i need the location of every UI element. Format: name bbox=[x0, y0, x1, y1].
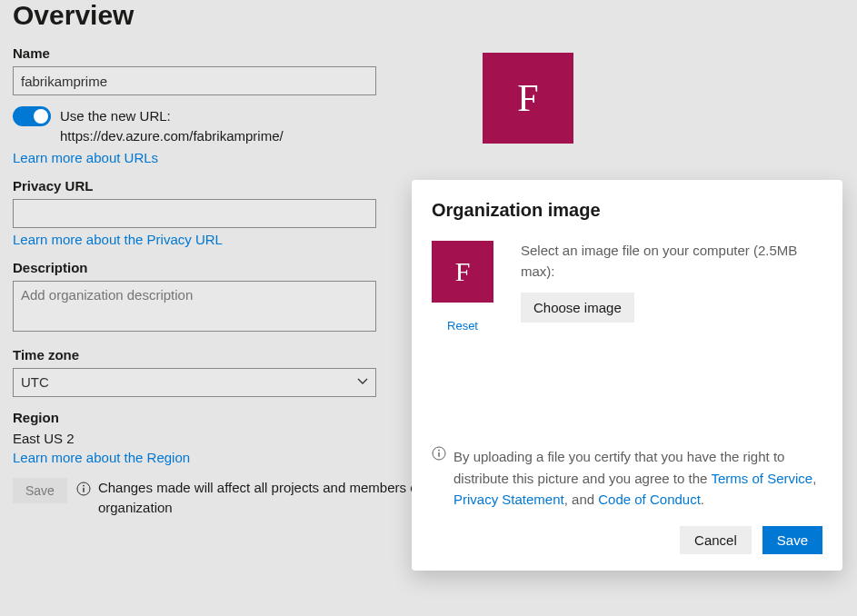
description-input[interactable] bbox=[13, 281, 376, 332]
privacy-url-input[interactable] bbox=[13, 199, 376, 228]
terms-of-service-link[interactable]: Terms of Service bbox=[712, 468, 813, 489]
cancel-button[interactable]: Cancel bbox=[680, 526, 752, 554]
info-icon bbox=[432, 446, 446, 463]
save-page-button: Save bbox=[13, 478, 67, 503]
learn-more-region-link[interactable]: Learn more about the Region bbox=[13, 450, 190, 465]
period: . bbox=[701, 492, 704, 507]
reset-link[interactable]: Reset bbox=[447, 319, 478, 333]
save-button[interactable]: Save bbox=[762, 526, 822, 554]
choose-image-button[interactable]: Choose image bbox=[521, 293, 634, 323]
org-tile-letter: F bbox=[517, 76, 538, 120]
timezone-select[interactable] bbox=[13, 368, 376, 397]
svg-rect-1 bbox=[83, 487, 84, 492]
page-title: Overview bbox=[13, 0, 844, 31]
learn-more-privacy-link[interactable]: Learn more about the Privacy URL bbox=[13, 232, 223, 247]
svg-point-2 bbox=[83, 484, 85, 486]
info-icon bbox=[76, 482, 91, 499]
sep: , and bbox=[564, 492, 599, 507]
sep: , bbox=[812, 471, 816, 486]
learn-more-urls-link[interactable]: Learn more about URLs bbox=[13, 150, 158, 165]
url-toggle-text: Use the new URL: https://dev.azure.com/f… bbox=[60, 106, 394, 146]
name-input[interactable] bbox=[13, 66, 376, 95]
dialog-image-preview: F bbox=[432, 241, 493, 303]
dialog-title: Organization image bbox=[432, 200, 822, 221]
code-of-conduct-link[interactable]: Code of Conduct bbox=[598, 489, 701, 510]
toggle-knob bbox=[34, 109, 48, 124]
select-image-text: Select an image file on your computer (2… bbox=[521, 241, 822, 282]
org-image-tile[interactable]: F bbox=[483, 53, 573, 144]
svg-rect-4 bbox=[438, 452, 439, 457]
svg-point-5 bbox=[438, 450, 440, 452]
certify-text: By uploading a file you certify that you… bbox=[453, 446, 822, 510]
dialog-preview-letter: F bbox=[455, 256, 471, 287]
organization-image-dialog: Organization image F Reset Select an ima… bbox=[412, 180, 842, 571]
privacy-statement-link[interactable]: Privacy Statement bbox=[453, 489, 564, 510]
name-label: Name bbox=[13, 45, 844, 61]
url-toggle[interactable] bbox=[13, 106, 51, 126]
